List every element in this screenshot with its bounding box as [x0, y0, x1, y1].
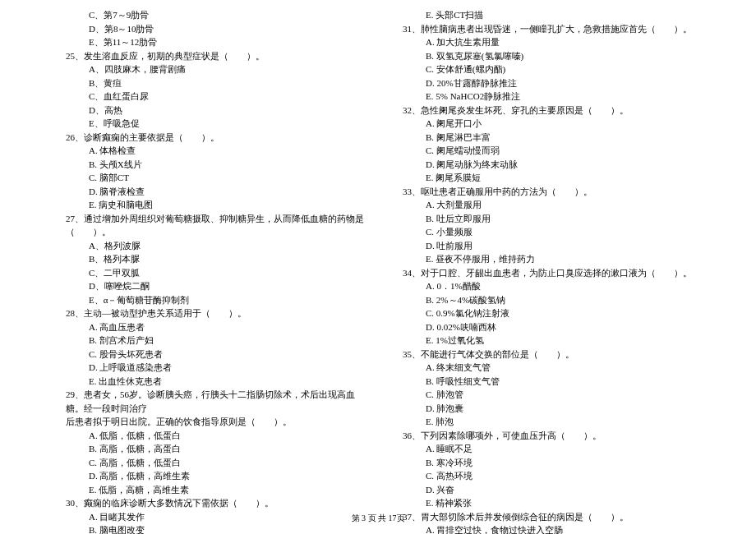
- option-text: E. 1%过氧化氢: [403, 334, 707, 348]
- option-text: B. 高脂，低糖，高蛋白: [66, 442, 370, 456]
- question-stem: 29、患者女，56岁。诊断胰头癌，行胰头十二指肠切除术，术后出现高血糖。经一段时…: [66, 388, 370, 415]
- option-text: A. 体格检查: [66, 144, 370, 158]
- option-text: C. 肺泡管: [403, 388, 707, 402]
- option-text: D. 阑尾动脉为终末动脉: [403, 158, 707, 172]
- question-stem: 后患者拟于明日出院。正确的饮食指导原则是（ ）。: [66, 415, 370, 429]
- question-stem: 35、不能进行气体交换的部位是（ ）。: [403, 348, 707, 361]
- option-text: E. 肺泡: [403, 415, 707, 429]
- option-text: A. 高血压患者: [66, 320, 370, 334]
- option-text: D. 肺泡囊: [403, 402, 707, 416]
- question-stem: 28、主动—被动型护患关系适用于（ ）。: [66, 306, 370, 320]
- option-text: D. 上呼吸道感染患者: [66, 361, 370, 375]
- question-stem: 31、肺性脑病患者出现昏迷，一侧瞳孔扩大，急救措施应首先（ ）。: [403, 22, 707, 36]
- option-text: E. 病史和脑电图: [66, 198, 370, 212]
- option-text: A. 0．1%醋酸: [403, 279, 707, 293]
- option-text: C、第7～9肋骨: [66, 8, 370, 22]
- right-column: E. 头部CT扫描31、肺性脑病患者出现昏迷，一侧瞳孔扩大，急救措施应首先（ ）…: [403, 8, 707, 534]
- option-text: D、第8～10肋骨: [66, 22, 370, 36]
- option-text: A. 大剂量服用: [403, 198, 707, 212]
- option-text: C. 安体舒通(螺内酯): [403, 62, 707, 76]
- question-stem: 30、癫痫的临床诊断大多数情况下需依据（ ）。: [66, 496, 370, 510]
- option-text: B. 2%～4%碳酸氢钠: [403, 293, 707, 307]
- option-text: B. 呼吸性细支气管: [403, 375, 707, 389]
- option-text: A. 睡眠不足: [403, 442, 707, 456]
- option-text: A. 胃排空过快，食物过快进入空肠: [403, 523, 707, 534]
- question-stem: 33、呕吐患者正确服用中药的方法为（ ）。: [403, 185, 707, 199]
- page-footer: 第 3 页 共 17页: [0, 513, 756, 524]
- question-stem: 36、下列因素除哪项外，可使血压升高（ ）。: [403, 429, 707, 443]
- option-text: E. 阑尾系膜短: [403, 171, 707, 185]
- option-text: E、第11～12肋骨: [66, 35, 370, 49]
- question-stem: 34、对于口腔、牙龈出血患者，为防止口臭应选择的漱口液为（ ）。: [403, 266, 707, 280]
- option-text: C. 高热环境: [403, 469, 707, 483]
- question-stem: 32、急性阑尾炎发生坏死、穿孔的主要原因是（ ）。: [403, 104, 707, 117]
- option-text: C、二甲双胍: [66, 266, 370, 280]
- option-text: C、血红蛋白尿: [66, 90, 370, 104]
- option-text: D. 20%甘露醇静脉推注: [403, 76, 707, 90]
- option-text: E. 头部CT扫描: [403, 8, 707, 22]
- option-text: E. 昼夜不停服用，维持药力: [403, 252, 707, 266]
- option-text: E. 5% NaHCO2静脉推注: [403, 90, 707, 104]
- question-stem: 26、诊断癫痫的主要依据是（ ）。: [66, 131, 370, 145]
- option-text: B. 吐后立即服用: [403, 212, 707, 226]
- option-text: B. 阑尾淋巴丰富: [403, 131, 707, 145]
- option-text: B. 剖宫术后产妇: [66, 334, 370, 348]
- question-stem: 25、发生溶血反应，初期的典型症状是（ ）。: [66, 49, 370, 63]
- option-text: D. 兴奋: [403, 483, 707, 497]
- option-text: B、黄疸: [66, 76, 370, 90]
- option-text: B. 脑电图改变: [66, 523, 370, 534]
- question-stem: 27、通过增加外周组织对葡萄糖摄取、抑制糖异生，从而降低血糖的药物是（ ）。: [66, 212, 370, 239]
- option-text: C. 脑部CT: [66, 171, 370, 185]
- option-text: A. 低脂，低糖，低蛋白: [66, 429, 370, 443]
- option-text: A、四肢麻木，腰背剧痛: [66, 62, 370, 76]
- option-text: E. 精神紧张: [403, 496, 707, 510]
- option-text: D. 0.02%呋喃西林: [403, 320, 707, 334]
- option-text: B. 寒冷环境: [403, 456, 707, 470]
- option-text: D. 脑脊液检查: [66, 185, 370, 199]
- option-text: C. 股骨头坏死患者: [66, 348, 370, 361]
- option-text: D. 高脂，低糖，高维生素: [66, 469, 370, 483]
- option-text: D. 吐前服用: [403, 239, 707, 253]
- option-text: A. 终末细支气管: [403, 361, 707, 375]
- option-text: D、噻唑烷二酮: [66, 279, 370, 293]
- option-text: A. 阑尾开口小: [403, 117, 707, 131]
- option-text: C. 高脂，低糖，低蛋白: [66, 456, 370, 470]
- option-text: E. 出血性休克患者: [66, 375, 370, 389]
- option-text: C. 小量频服: [403, 225, 707, 239]
- option-text: B. 双氢克尿塞(氢氯噻嗪): [403, 49, 707, 63]
- option-text: A、格列波脲: [66, 239, 370, 253]
- option-text: E、α－葡萄糖苷酶抑制剂: [66, 293, 370, 307]
- option-text: A. 加大抗生素用量: [403, 35, 707, 49]
- option-text: B. 头颅X线片: [66, 158, 370, 172]
- option-text: C. 阑尾蠕动慢而弱: [403, 144, 707, 158]
- left-column: C、第7～9肋骨D、第8～10肋骨E、第11～12肋骨25、发生溶血反应，初期的…: [66, 8, 370, 534]
- option-text: E、呼吸急促: [66, 117, 370, 131]
- option-text: E. 低脂，高糖，高维生素: [66, 483, 370, 497]
- option-text: D、高热: [66, 104, 370, 117]
- option-text: C. 0.9%氯化钠注射液: [403, 306, 707, 320]
- option-text: B、格列本脲: [66, 252, 370, 266]
